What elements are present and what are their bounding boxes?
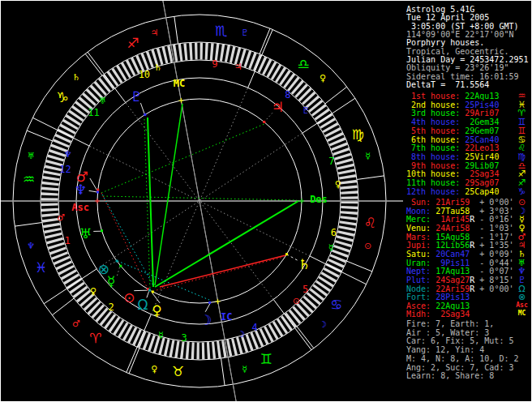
house-cusp-value: 29Lib07 <box>460 161 499 170</box>
house-label: 10th house: <box>406 169 460 178</box>
aspect-line <box>102 195 153 285</box>
sign-glyph-♊: ♊ <box>260 351 272 367</box>
retrograde-flag <box>470 302 474 310</box>
planet-label: Satu: <box>406 250 431 259</box>
node-position-dot <box>148 289 151 291</box>
sign-ruler-glyph: ♅ <box>27 151 35 161</box>
astrolog-window: ♈♂♉♀♊☿♋☽♌⊙♍☿♎♀♏♇♐♃♑♄♒♅♓♆1♂2♀3☿4☽5⊙6☿7♀8♇… <box>0 0 532 402</box>
sign-glyph-♍: ♍ <box>352 126 364 143</box>
planet-label: Uran: <box>406 259 431 267</box>
house-number-4: 4 <box>252 322 258 333</box>
saturn-pointer-line <box>288 254 298 260</box>
aspect-line <box>148 118 153 287</box>
neptune-glyph: ♆ <box>75 182 87 198</box>
sign-glyph-♈: ♈ <box>89 330 101 346</box>
house-label: 8th house: <box>406 152 460 161</box>
saturn-position-dot <box>285 253 288 255</box>
house-row: 12th house: 25Cap40♑ <box>406 188 499 196</box>
house-number-1: 1 <box>65 235 71 246</box>
house-cusp-value: 22Aqu13 <box>460 92 499 100</box>
aspect-line <box>101 124 264 193</box>
house-row: 2nd house: 25Pis40♓ <box>406 101 499 109</box>
house-number-9: 9 <box>212 58 217 70</box>
aspect-line <box>155 104 182 285</box>
chart-wheel-canvas[interactable]: ♈♂♉♀♊☿♋☽♌⊙♍☿♎♀♏♇♐♃♑♄♒♅♓♆1♂2♀3☿4☽5⊙6☿7♀8♇… <box>1 1 403 402</box>
uranus-position-dot <box>101 229 103 232</box>
sign-glyph-♐: ♐ <box>127 35 139 51</box>
planet-row: Node: 22Ari59R + 0°00'Ω <box>406 285 513 293</box>
sign-boundary-line <box>129 348 139 373</box>
house-ruler-glyph: ☽ <box>237 329 245 340</box>
sign-glyph-♑: ♑ <box>57 89 69 105</box>
planet-row: Merc: 1Ari45R - 0°16'☿ <box>406 216 513 224</box>
header-text: Julian Day = 2453472.2951 <box>406 55 529 64</box>
node-glyph: Ω <box>138 297 148 313</box>
mars-pointer-line <box>90 178 97 190</box>
tally-text: Yang: 12, Yin: 4 <box>406 345 484 354</box>
sun-pointer-line <box>134 290 148 291</box>
planet-label: Moon: <box>406 207 431 216</box>
header-text: Tropical, Geocentric. <box>406 47 508 56</box>
house-label: 6th house: <box>406 135 460 144</box>
tally-text: Air : 5, Water: 3 <box>406 328 489 337</box>
house-number-11: 11 <box>88 107 99 118</box>
planet-position-value: 1Ari45 <box>431 215 470 224</box>
sign-ruler-glyph: ♄ <box>72 72 80 83</box>
daily-motion-value: + 8°15' <box>474 276 513 284</box>
planet-row: Nept: 17Aqu13 - 0°07'♆ <box>406 267 513 276</box>
tally-line: Ang: 2, Suc: 7, Cad: 3 <box>406 364 513 372</box>
house-ruler-glyph: ♇ <box>302 105 310 116</box>
house-ruler-glyph: ♂ <box>57 212 65 223</box>
zodiac-sign-icon: ♑ <box>513 187 531 196</box>
sign-boundary-line <box>357 176 384 180</box>
house-ruler-glyph: ♅ <box>99 96 107 106</box>
house-number-10: 10 <box>139 69 150 80</box>
planet-position-value: 12Lib56 <box>431 241 470 250</box>
planet-position-value: 17Aqu13 <box>431 267 470 276</box>
sign-ruler-glyph: ♀ <box>320 73 326 83</box>
planet-label: Sun: <box>406 198 431 207</box>
sign-boundary-line <box>15 223 42 227</box>
sign-ruler-glyph: ♀ <box>151 364 157 374</box>
planet-position-value: 24Ari58 <box>431 224 470 233</box>
house-row: 9th house: 29Lib07♎ <box>406 162 499 170</box>
house-ruler-glyph: ☿ <box>158 330 164 340</box>
sign-ruler-glyph: ☿ <box>365 151 371 161</box>
planet-row: Uran: 9Pis11 - 0°44'♅ <box>406 259 513 267</box>
jupiter-position-dot <box>263 121 265 123</box>
neptune-position-dot <box>97 191 99 194</box>
header-text: Tue 12 April 2005 <box>406 13 489 22</box>
jupiter-glyph: ♃ <box>272 99 284 115</box>
planet-position-value: 21Ari59 <box>431 198 470 207</box>
house-cusp-value: 25Cap40 <box>460 187 499 196</box>
daily-motion-value: + 0°09' <box>474 250 513 259</box>
house-cusp-value: 2Gem34 <box>460 118 499 126</box>
sign-glyph-♉: ♉ <box>172 363 184 379</box>
header-text: Sidereal time: 16:01:59 <box>406 72 518 81</box>
house-row: 5th house: 29Gem07♊ <box>406 127 499 135</box>
house-ruler-glyph: ⊙ <box>293 296 300 306</box>
venus-position-dot <box>152 291 154 293</box>
planet-label: Asce: <box>406 302 431 310</box>
house-row: 10th house: 2Sag34♐ <box>406 170 499 178</box>
mars-position-dot <box>97 189 99 191</box>
planet-position-value: 20Can47 <box>431 250 470 259</box>
header-text: DeltaT = 71.5564 <box>406 80 489 89</box>
sign-boundary-line <box>346 261 371 272</box>
pluto-position-dot <box>144 113 146 116</box>
house-ruler-glyph: ♃ <box>234 62 242 72</box>
daily-motion-value: - 0°07' <box>474 267 513 276</box>
planet-row: Jupi: 12Lib56R + 1°35'♃ <box>406 242 513 250</box>
house-cusp-value: 25Can40 <box>460 135 499 144</box>
daily-motion-value: - 0°44' <box>474 259 513 267</box>
tally-line: Yang: 12, Yin: 4 <box>406 346 484 354</box>
house-cusp-value: 2Sag34 <box>460 169 499 178</box>
planet-icon: Asc <box>513 302 531 310</box>
house-label: 2nd house: <box>406 100 460 109</box>
planet-row: Moon: 27Tau58 + 3°03'☽ <box>406 207 513 216</box>
planet-position-value: 2Sag34 <box>431 310 470 319</box>
house-number-7: 7 <box>328 156 334 167</box>
house-label: 1st house: <box>406 92 460 100</box>
saturn-glyph: ♄ <box>298 256 311 272</box>
house-label: 11th house: <box>406 178 460 187</box>
